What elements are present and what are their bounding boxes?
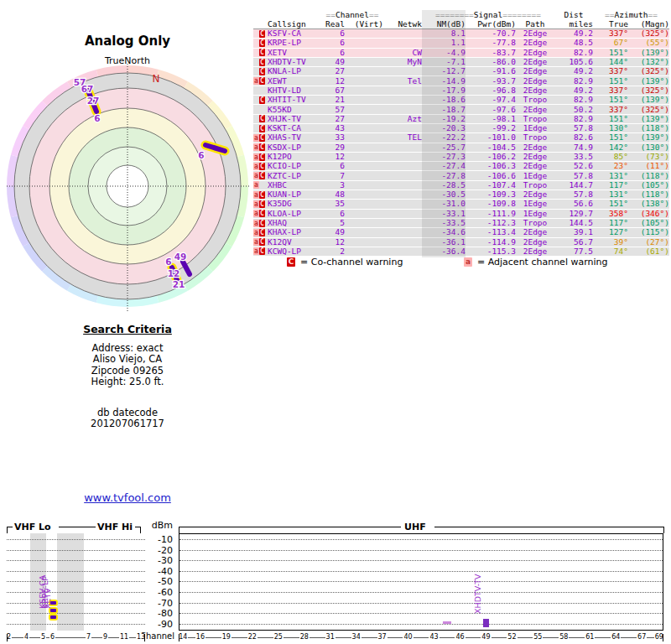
- cell-miles: 144.7: [554, 181, 593, 190]
- cell-callsign: XHDTV-TV: [268, 58, 321, 66]
- dbm-tick-label: -50: [141, 576, 173, 587]
- cell-azimuth-magn: (139°): [628, 96, 669, 104]
- cell-callsign: KHAX-LP: [268, 228, 321, 236]
- cell-nm: 1.1: [422, 39, 466, 47]
- cell-azimuth-magn: (118°): [628, 124, 669, 132]
- channel-tick: 31: [325, 633, 336, 641]
- cell-azimuth-true: 337°: [593, 86, 628, 95]
- gridline: [179, 603, 663, 604]
- cell-azimuth-true: 151°: [593, 115, 628, 123]
- adjacent-flag: a: [253, 181, 259, 189]
- tvfool-link[interactable]: www.tvfool.com: [84, 491, 171, 504]
- vhf-bracket-line: [59, 527, 96, 527]
- spectrum-chart: VHF LoVHF HidBmUHF-10-20-30-40-50-60-70-…: [0, 518, 671, 644]
- cell-azimuth-true: 131°: [593, 172, 628, 180]
- adjacent-channel-flag-icon: a: [464, 257, 472, 267]
- co-channel-flag: C: [259, 143, 265, 151]
- cell-azimuth-true: 151°: [593, 200, 628, 208]
- cell-real: 29: [321, 143, 345, 152]
- table-row: K55KD57-18.7-97.62Edge50.2337°(325°): [253, 105, 669, 114]
- co-channel-flag: [259, 86, 265, 94]
- channel-tick: 55: [533, 633, 543, 641]
- axis-end-tick: [144, 634, 145, 641]
- cell-real: 27: [321, 67, 345, 75]
- cell-callsign: XHAQ: [268, 219, 321, 227]
- cell-nm: -28.5: [422, 181, 466, 190]
- vhf-panel: KSFV-CAKRPE-LPXETV: [7, 533, 145, 631]
- co-channel-flag: C: [259, 59, 265, 66]
- legend-cochannel-text: = Co-channel warning: [300, 257, 403, 267]
- cell-pwr: -86.0: [466, 58, 516, 66]
- cell-miles: 77.5: [554, 247, 593, 256]
- cell-miles: 39.1: [554, 228, 593, 236]
- gridline: [179, 539, 663, 540]
- cell-real: 48: [321, 190, 345, 199]
- cell-azimuth-magn: (325°): [628, 67, 669, 75]
- channel-tick: 34: [351, 633, 362, 641]
- cell-real: 12: [321, 77, 345, 86]
- cell-nm: -36.1: [422, 238, 466, 247]
- search-criteria-lines: Address: exactAliso Viejo, CAZipcode 092…: [34, 343, 221, 388]
- cell-miles: 74.9: [554, 143, 593, 152]
- cell-pwr: -104.5: [466, 143, 516, 152]
- cell-nm: -33.1: [422, 210, 466, 218]
- gridline: [7, 603, 145, 604]
- channel-tick: 25: [273, 633, 283, 641]
- cell-miles: 82.9: [554, 77, 593, 86]
- axis-end-tick: [663, 634, 663, 641]
- adjacent-flag: [253, 115, 259, 122]
- co-channel-flag: C: [259, 191, 265, 199]
- cell-miles: 56.7: [554, 238, 593, 247]
- column-header: (Virt): [345, 20, 383, 29]
- cell-callsign: KZTC-LP: [268, 172, 321, 180]
- table-row: aCXHAS-TV33TEL-22.2-101.0Tropo82.6151°(1…: [253, 133, 669, 143]
- cell-miles: 144.5: [554, 219, 593, 227]
- channel-tick: 5: [40, 633, 46, 641]
- cell-pwr: -70.7: [466, 29, 516, 38]
- adjacent-flag: a: [253, 143, 259, 151]
- callsign-vertical-label: XHDTV-TV: [474, 574, 482, 614]
- channel-tick: 49: [481, 633, 491, 641]
- cell-azimuth-magn: (27°): [628, 238, 669, 247]
- cell-callsign: XEWT: [268, 77, 321, 86]
- cell-pwr: -101.0: [466, 133, 516, 142]
- channel-tick: 9: [102, 633, 108, 641]
- cell-callsign: XHBC: [268, 181, 321, 190]
- cell-netwk: TEL: [383, 133, 422, 142]
- cell-miles: 57.8: [554, 124, 593, 132]
- co-channel-flag: C: [259, 49, 265, 56]
- cell-callsign: K12PO: [268, 153, 321, 161]
- cell-pwr: -115.3: [466, 247, 516, 256]
- cell-real: 21: [321, 96, 345, 104]
- column-header: miles: [554, 20, 593, 29]
- co-channel-flag: [259, 106, 265, 113]
- gridline: [179, 581, 663, 582]
- cell-azimuth-true: 130°: [593, 124, 628, 132]
- co-channel-flag: C: [259, 96, 265, 104]
- channel-tick: 7: [86, 633, 91, 641]
- uhf-label: UHF: [404, 522, 426, 532]
- cell-callsign: KSKT-CA: [268, 124, 321, 132]
- signal-table: ==Channel==========Signal========Dist==A…: [253, 10, 669, 257]
- cell-callsign: KRPE-LP: [268, 39, 321, 47]
- adjacent-flag: a: [253, 220, 259, 227]
- cell-path: 2Edge: [516, 58, 554, 66]
- channel-axis-label: Channel: [126, 631, 174, 641]
- cell-callsign: KUAN-LP: [268, 190, 321, 199]
- cell-path: 2Edge: [516, 49, 554, 57]
- search-criteria: Search Criteria Address: exactAliso Viej…: [34, 324, 221, 430]
- table-row: aCK35DG35-31.0-109.81Edge56.6151°(138°): [253, 200, 669, 209]
- dbm-tick-label: -10: [141, 534, 173, 545]
- co-channel-flag: C: [259, 229, 265, 236]
- uhf-bracket-right: [658, 527, 664, 533]
- legend-cochannel: C = Co-channel warning: [287, 257, 403, 267]
- channel-tick: 37: [377, 633, 388, 641]
- cell-pwr: -109.8: [466, 200, 516, 208]
- co-channel-flag: C: [259, 220, 265, 227]
- dbm-tick-label: -30: [141, 555, 173, 566]
- cell-callsign: K12QV: [268, 238, 321, 247]
- cell-netwk: CW: [383, 49, 422, 57]
- channel-label: 27: [87, 96, 100, 106]
- cell-path: 2Edge: [516, 39, 554, 47]
- cell-callsign: KCWQ-LP: [268, 247, 321, 256]
